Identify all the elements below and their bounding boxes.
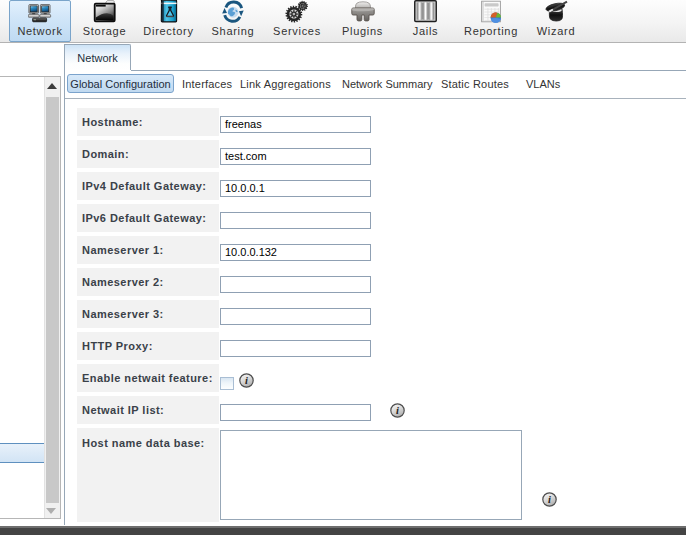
svg-text:i: i <box>245 375 248 386</box>
svg-text:i: i <box>548 494 551 505</box>
svg-text:i: i <box>396 405 399 416</box>
